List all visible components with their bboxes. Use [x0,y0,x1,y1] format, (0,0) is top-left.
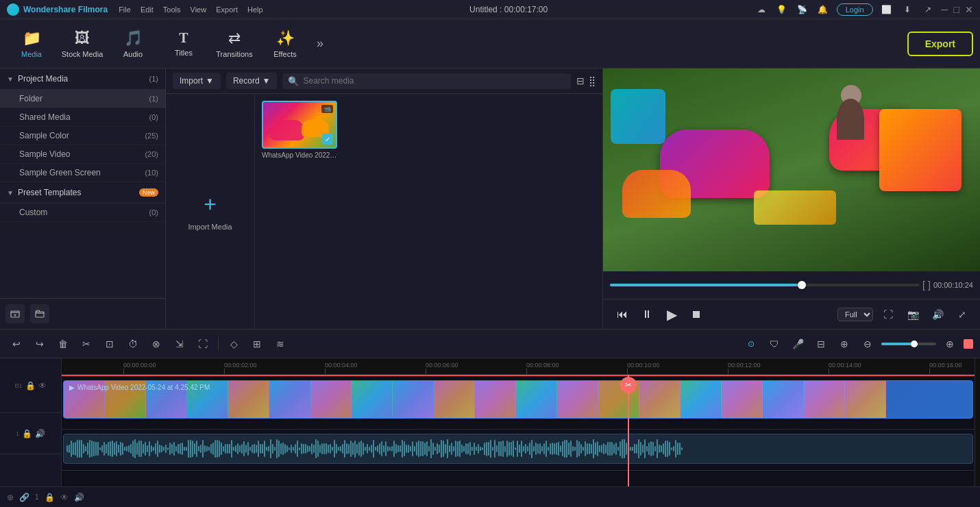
download-icon[interactable]: ⬇ [901,3,914,16]
wave-bar [377,445,378,452]
share-icon[interactable]: ↗ [921,3,935,16]
zoom-in-icon[interactable]: ⊕ [940,334,959,354]
fullscreen-button[interactable]: ⛶ [193,334,212,354]
rotation-button[interactable]: ⏱ [123,334,143,354]
timeline-volume-icon[interactable]: 🔊 [74,493,84,502]
filter-icon[interactable]: ⊟ [576,75,585,86]
maximize-button[interactable]: □ [954,4,959,15]
menu-export[interactable]: Export [216,5,238,14]
preset-templates-section[interactable]: ▼ Preset Templates New [0,182,165,203]
login-button[interactable]: Login [837,3,873,16]
track-audio-volume[interactable]: 🔊 [35,429,45,438]
insert-icon[interactable]: ⊕ [835,334,854,354]
track-1-visibility[interactable]: 👁 [38,381,47,391]
audio-track[interactable] [62,430,975,471]
play-button[interactable]: ▶ [661,304,683,325]
left-bracket[interactable]: [ [922,280,925,290]
track-audio-lock[interactable]: 🔒 [22,429,32,438]
wave-bar [136,443,138,455]
screenshot-icon[interactable]: 📷 [903,305,922,324]
cut-button[interactable]: ✂ [77,334,96,354]
toolbar-audio[interactable]: 🎵 Audio [108,22,158,66]
cloud-icon[interactable]: ☁ [755,3,768,16]
timeline-eye-icon[interactable]: 👁 [60,493,69,502]
custom-item[interactable]: Custom (0) [0,203,165,222]
wave-bar [371,445,372,453]
toolbar-media[interactable]: 📁 Media [7,22,56,66]
ripple-icon[interactable]: ⊙ [742,334,761,354]
layout-icon[interactable]: ⬜ [880,3,894,16]
menu-edit[interactable]: Edit [140,5,154,14]
progress-bar[interactable] [610,284,920,286]
wave-bar [184,447,185,452]
playhead-line: ✂ [628,375,629,486]
wave-bar [570,441,572,458]
media-item[interactable]: 📹 ✓ WhatsApp Video 2022-05-... [262,101,337,159]
record-button[interactable]: Record ▼ [226,73,278,89]
export-button[interactable]: Export [907,32,973,56]
wave-bar [543,443,545,454]
folder-item[interactable]: Folder (1) [0,90,165,108]
timeline-lock-icon[interactable]: 🔒 [45,493,55,502]
folder-icon[interactable] [30,304,49,323]
minus-icon[interactable]: ⊖ [858,334,877,354]
import-media-placeholder[interactable]: + Import Media [166,94,255,329]
wave-bar [186,447,187,452]
pause-button[interactable]: ⏸ [636,304,658,325]
menu-tools[interactable]: Tools [163,5,181,14]
quality-select[interactable]: Full [837,308,873,321]
toolbar-transitions[interactable]: ⇄ Transitions [210,22,259,66]
bluetooth-icon[interactable]: 📡 [796,3,809,16]
wave-bar [323,443,325,454]
expand-icon[interactable]: ⤢ [953,305,972,324]
caption-icon[interactable]: ⊟ [811,334,831,354]
grid-icon[interactable]: ⣿ [589,75,596,86]
minimize-button[interactable]: ─ [942,4,948,15]
zoom-slider[interactable] [881,343,936,345]
wave-bar [665,441,666,456]
mic-icon[interactable]: 🎤 [788,334,807,354]
volume-icon[interactable]: 🔊 [928,305,947,324]
toolbar-more-button[interactable]: » [311,36,329,51]
toolbar-effects[interactable]: ✨ Effects [260,22,310,66]
search-input[interactable] [303,76,565,86]
menu-help[interactable]: Help [247,5,263,14]
menu-file[interactable]: File [119,5,131,14]
timeline-link-icon[interactable]: 🔗 [19,493,29,502]
undo-button[interactable]: ↩ [7,334,26,354]
transform-button[interactable]: ⇲ [170,334,189,354]
delete-button[interactable]: 🗑 [53,334,73,354]
right-bracket[interactable]: ] [928,280,931,290]
sample-video-item[interactable]: Sample Video (20) [0,145,165,164]
stop-button[interactable]: ⏹ [685,304,707,325]
wave-bar [509,442,510,456]
close-button[interactable]: ✕ [965,4,973,15]
shield-icon[interactable]: 🛡 [765,334,784,354]
wave-bar [426,441,428,457]
add-folder-icon[interactable] [5,304,25,323]
wave-bar [410,446,411,452]
audio-adjust-button[interactable]: ⊞ [247,334,267,354]
redo-button[interactable]: ↪ [30,334,49,354]
menu-view[interactable]: View [191,5,207,14]
project-media-section[interactable]: ▼ Project Media (1) [0,69,165,90]
sample-green-screen-item[interactable]: Sample Green Screen (10) [0,164,165,182]
step-back-button[interactable]: ⏮ [611,304,633,325]
diamond-button[interactable]: ◇ [224,334,243,354]
waveform-button[interactable]: ≋ [271,334,290,354]
mask-button[interactable]: ⊗ [147,334,166,354]
toolbar-titles[interactable]: T Titles [159,22,208,66]
sample-color-item[interactable]: Sample Color (25) [0,127,165,145]
timeline-add-icon[interactable]: ⊕ [7,493,14,502]
video-track[interactable]: ▶ WhatsApp Video 2022-05-24 at 4.25.42 P… [62,375,975,430]
fullscreen-preview-icon[interactable]: ⛶ [879,305,898,324]
bulb-icon[interactable]: 💡 [775,3,789,16]
crop-button[interactable]: ⊡ [100,334,119,354]
wave-bar [167,447,169,450]
import-button[interactable]: Import ▼ [173,73,221,89]
vertical-scrollbar[interactable] [975,358,980,486]
track-1-lock[interactable]: 🔒 [25,381,36,391]
bell-icon[interactable]: 🔔 [816,3,830,16]
shared-media-item[interactable]: Shared Media (0) [0,108,165,127]
toolbar-stock-media[interactable]: 🖼 Stock Media [58,22,107,66]
